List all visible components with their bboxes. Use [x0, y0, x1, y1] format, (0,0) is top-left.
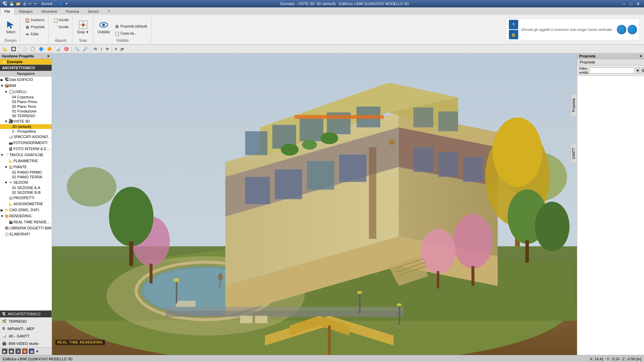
tree-toggle-piante[interactable]: ▼	[4, 165, 8, 169]
tree-item-rendering[interactable]: ▼ 🎨 RENDERING	[0, 213, 52, 219]
tb-btn-6[interactable]: 🔶	[46, 46, 53, 52]
tree-item-elaborati[interactable]: 📋 ELABORATI	[0, 231, 52, 237]
tree-toggle-rendering[interactable]: ▼	[0, 214, 4, 218]
tree-item-terreno-node[interactable]: 00 TERRENO	[0, 114, 52, 118]
minimize-button[interactable]: ─	[621, 1, 627, 6]
tab-finestra[interactable]: Finestra	[61, 7, 84, 15]
proprieta-default-button[interactable]: ⚙ Proprietà (default)	[113, 23, 149, 30]
tree-toggle-tavole[interactable]: ▼	[0, 153, 4, 157]
tb-btn-reset[interactable]: ⟲	[92, 46, 98, 52]
tb-btn-layers[interactable]: ≡	[113, 46, 118, 52]
filter-input[interactable]	[590, 67, 634, 74]
tree-item-spaccati[interactable]: 📊 SPACCATI ASSONOM...	[0, 134, 52, 140]
quick-access-print[interactable]: 🖨	[23, 2, 26, 6]
quick-access-open[interactable]: 📂	[16, 2, 21, 6]
dropdown-mini[interactable]: ▼	[36, 350, 39, 353]
tree-item-piano-primo[interactable]: 03 Piano Primo	[0, 99, 52, 104]
select-button[interactable]: Select	[3, 17, 18, 37]
quick-access-save[interactable]: 💾	[9, 2, 14, 6]
help-icon[interactable]: ?	[509, 20, 518, 29]
bottom-item-impianti[interactable]: ⚙ IMPIANTI - MEP	[0, 325, 52, 332]
bottom-item-terreno[interactable]: 🌿 TERRENO	[0, 318, 52, 325]
tree-item-3ddefault[interactable]: 3D (default)	[0, 124, 52, 129]
tree-item-livelli[interactable]: ▼ 📋 LIVELLI	[0, 89, 52, 95]
tree-item-tavole[interactable]: ▼ 📄 TAVOLE GRAFICHE	[0, 152, 52, 158]
tb-btn-1[interactable]: 📐	[1, 46, 9, 52]
edita-button[interactable]: ✏ Edita	[23, 31, 46, 38]
stop-btn[interactable]: ⏹	[9, 349, 14, 354]
tree-toggle-livelli[interactable]: ▼	[4, 90, 8, 94]
tree-toggle-viste3d[interactable]: ▼	[4, 120, 8, 123]
lock-icon[interactable]: 🔒	[509, 30, 518, 39]
tb-btn-8[interactable]: 🎯	[62, 46, 70, 52]
settings-btn[interactable]: ⚙	[15, 349, 21, 354]
tree-item-sez-aa[interactable]: 01 SEZIONE A-A	[0, 185, 52, 190]
bottom-item-bimvideo[interactable]: 🎬 BIM VIDEO studio	[0, 340, 52, 347]
project-collapse-icon[interactable]: ✕	[47, 54, 50, 58]
tab-servizi[interactable]: Servizi	[84, 7, 103, 15]
play-btn[interactable]: ▶	[2, 349, 7, 354]
user-icon[interactable]: 👤	[58, 2, 63, 6]
tree-item-piante[interactable]: ▼ 🏠 PIANTE	[0, 164, 52, 170]
tree-toggle-dati[interactable]: ▶	[0, 78, 4, 82]
tb-btn-zoom-in[interactable]: 🔍	[73, 46, 81, 52]
globe-button-2[interactable]: 🌐	[628, 25, 637, 34]
tb-btn-5[interactable]: 🔷	[37, 46, 45, 52]
snap-button[interactable]: Snap ▼	[75, 17, 91, 37]
bottom-item-architettonico[interactable]: 🏗 ARCHITETTONICO	[0, 311, 52, 318]
quick-access-redo[interactable]: ↪	[34, 2, 37, 6]
bottom-item-4d[interactable]: 📊 4D - GANTT	[0, 332, 52, 340]
incolla2-button[interactable]: 📄 Incolla	[51, 24, 70, 31]
right-panel-close[interactable]: ✕	[639, 54, 642, 58]
proprieta-button[interactable]: ⚙ Proprietà	[23, 24, 46, 31]
tree-item-assonometrie[interactable]: 📐 ASSONOMETRIE	[0, 201, 52, 207]
tree-item-fondazione[interactable]: 01 Fondazione	[0, 109, 52, 114]
tb-btn-share[interactable]: ⇄	[119, 46, 125, 52]
tb-btn-7[interactable]: 📊	[54, 46, 62, 52]
visibilita-button[interactable]: Visibilità	[96, 17, 112, 37]
incolla-button[interactable]: 📋 Incolla	[51, 17, 70, 24]
project-name[interactable]: 📁 Esempio	[0, 59, 52, 65]
tb-btn-arrows[interactable]: ↕	[99, 46, 104, 52]
tab-help[interactable]: ?	[103, 7, 114, 15]
tree-item-01piano[interactable]: 01 PIANO PRIMO	[0, 170, 52, 175]
tb-btn-zoom-out[interactable]: 🔎	[82, 46, 89, 52]
tab-disegno[interactable]: Disegno	[15, 7, 37, 15]
tab-file[interactable]: File	[0, 7, 15, 15]
filter-dropdown-btn[interactable]: ▼	[636, 67, 640, 74]
tree-item-bim[interactable]: ▼ 📦 BIM	[0, 83, 52, 89]
tree-item-planimetrie[interactable]: 📐 PLANIMETRIE	[0, 158, 52, 164]
tree-item-sez-bb[interactable]: 02 SEZIONE B-B	[0, 190, 52, 195]
tb-btn-2[interactable]: 🔲	[10, 46, 17, 52]
tb-btn-3[interactable]: ⬜	[20, 46, 28, 52]
tree-item-viste3d[interactable]: ▼ 🎥 VISTE 3D	[0, 118, 52, 124]
maximize-button[interactable]: □	[628, 1, 634, 6]
filter-settings-btn[interactable]: ⚙	[641, 67, 644, 74]
quick-access-undo[interactable]: ↩	[29, 2, 32, 6]
tb-btn-move[interactable]: ✛	[104, 46, 110, 52]
involucro-button[interactable]: 🏠 Involucro	[23, 17, 46, 24]
tree-item-fotointerni[interactable]: 🖼 FOTO INTERNI & ESTE...	[0, 146, 52, 152]
globe-button-1[interactable]: 🌐	[617, 25, 626, 34]
dropdown-arrow[interactable]: ▼	[65, 2, 68, 5]
tree-item-copertura[interactable]: 04 Copertura	[0, 95, 52, 99]
gantt-side-tab[interactable]: GANTT	[571, 143, 577, 164]
color-btn[interactable]: 🎨	[22, 349, 28, 354]
copia-da-button[interactable]: 📋 Copia da...	[113, 30, 149, 37]
tree-item-realtime[interactable]: 🎬 REAL TIME RENDERING e VRI	[0, 219, 52, 225]
close-button[interactable]: ✕	[635, 1, 641, 6]
tree-item-fotoinserimenti[interactable]: 📷 FOTOINSERIMENTI	[0, 140, 52, 146]
tree-item-libreria[interactable]: 📚 LIBRERIA OGGETTI BIM	[0, 225, 52, 231]
tb-btn-4[interactable]: 📋	[29, 46, 37, 52]
tree-item-prospettiva[interactable]: 2 - Prospettiva	[0, 129, 52, 134]
tab-strumenti[interactable]: Strumenti	[37, 7, 61, 15]
grid-btn[interactable]: ▦	[29, 349, 34, 354]
tree-item-cad[interactable]: ▶ 📁 CAD (DWG, DXF)	[0, 207, 52, 213]
tree-item-prospetti[interactable]: 🏢 PROSPETTI	[0, 195, 52, 201]
tree-toggle-sezioni[interactable]: ▼	[4, 181, 8, 184]
properties-tab[interactable]: Proprietà	[577, 59, 644, 65]
tree-item-piano-terra[interactable]: 02 Piano Terra	[0, 104, 52, 109]
tree-toggle-bim[interactable]: ▼	[0, 84, 4, 88]
tree-item-sezioni[interactable]: ▼ ✂ SEZIONI	[0, 179, 52, 185]
tree-toggle-cad[interactable]: ▶	[0, 208, 4, 212]
